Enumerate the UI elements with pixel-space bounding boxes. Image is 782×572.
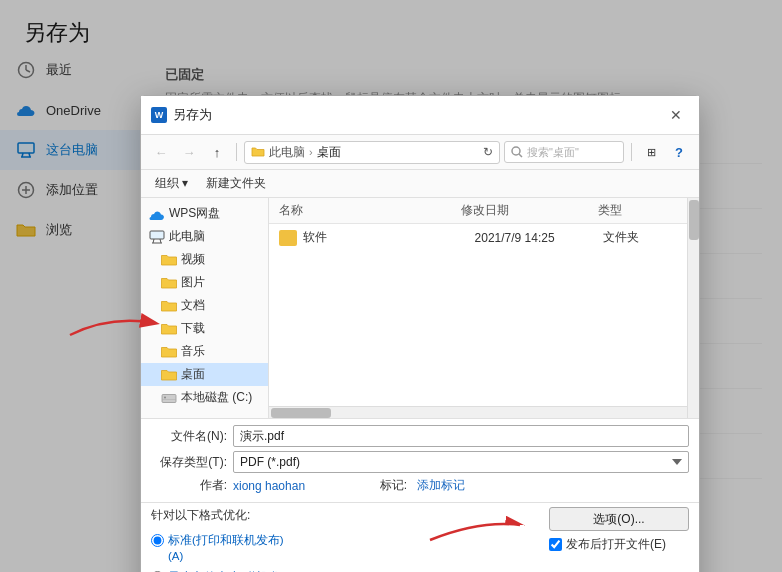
svg-line-13 xyxy=(153,239,154,243)
folder-icon-tree2 xyxy=(161,276,177,290)
dialog-app-icon: W xyxy=(151,107,167,123)
dialog-titlebar: W 另存为 ✕ xyxy=(141,96,699,135)
right-options: 选项(O)... 发布后打开文件(E) xyxy=(549,507,689,553)
dialog-close-button[interactable]: ✕ xyxy=(663,104,689,126)
folder-icon-tree xyxy=(161,253,177,267)
tree-downloads-label: 下载 xyxy=(181,320,205,337)
toolbar-separator xyxy=(236,143,237,161)
folder-icon-tree4 xyxy=(161,322,177,336)
filename-label: 文件名(N): xyxy=(151,428,227,445)
col-date-header: 修改日期 xyxy=(461,202,598,219)
open-after-publish-checkbox[interactable] xyxy=(549,538,562,551)
tree-item-pictures[interactable]: 图片 xyxy=(141,271,268,294)
svg-point-18 xyxy=(164,396,166,398)
author-row: 作者: xiong haohan 标记: 添加标记 xyxy=(151,477,689,494)
filetype-row: 保存类型(T): PDF (*.pdf) xyxy=(151,451,689,473)
col-type-header: 类型 xyxy=(598,202,689,219)
tree-item-localdisk[interactable]: 本地磁盘 (C:) xyxy=(141,386,268,409)
file-row-date: 2021/7/9 14:25 xyxy=(475,231,604,245)
view-toggle-button[interactable]: ⊞ xyxy=(639,140,663,164)
scrollbar[interactable] xyxy=(687,198,699,418)
options-group-label: 针对以下格式优化: xyxy=(151,507,539,524)
tree-thispc-label: 此电脑 xyxy=(169,228,205,245)
tree-video-label: 视频 xyxy=(181,251,205,268)
forward-button[interactable]: → xyxy=(177,140,201,164)
filetype-label: 保存类型(T): xyxy=(151,454,227,471)
save-as-dialog: W 另存为 ✕ ← → ↑ 此电脑 › 桌面 ↻ 搜索"桌面" ⊞ ? xyxy=(140,95,700,572)
file-row-name: 软件 xyxy=(303,229,475,246)
tree-item-documents[interactable]: 文档 xyxy=(141,294,268,317)
dialog-toolbar: ← → ↑ 此电脑 › 桌面 ↻ 搜索"桌面" ⊞ ? xyxy=(141,135,699,170)
folder-icon-tree3 xyxy=(161,299,177,313)
folder-icon-tree5 xyxy=(161,345,177,359)
tree-item-desktop[interactable]: 桌面 xyxy=(141,363,268,386)
folder-icon-small xyxy=(251,146,265,158)
tree-localdisk-label: 本地磁盘 (C:) xyxy=(181,389,252,406)
open-after-publish-label: 发布后打开文件(E) xyxy=(566,536,666,553)
tree-item-downloads[interactable]: 下载 xyxy=(141,317,268,340)
radio-standard-row: 标准(打印和联机发布)(A) xyxy=(151,532,539,564)
options-button[interactable]: 选项(O)... xyxy=(549,507,689,531)
tree-item-wpsdisk[interactable]: WPS网盘 xyxy=(141,202,268,225)
address-desktop: 桌面 xyxy=(317,144,341,161)
tree-documents-label: 文档 xyxy=(181,297,205,314)
open-after-publish-row: 发布后打开文件(E) xyxy=(549,536,689,553)
tree-pictures-label: 图片 xyxy=(181,274,205,291)
filename-input[interactable] xyxy=(233,425,689,447)
up-button[interactable]: ↑ xyxy=(205,140,229,164)
tree-desktop-label: 桌面 xyxy=(181,366,205,383)
action-toolbar: 组织 ▾ 新建文件夹 xyxy=(141,170,699,198)
dialog-title: 另存为 xyxy=(173,106,657,124)
new-folder-button[interactable]: 新建文件夹 xyxy=(200,173,272,194)
radio-standard-label: 标准(打印和联机发布)(A) xyxy=(168,532,284,564)
svg-line-14 xyxy=(160,239,161,243)
col-name-header: 名称 xyxy=(279,202,461,219)
computer-icon-tree xyxy=(149,230,165,244)
drive-icon-tree xyxy=(161,391,177,405)
add-tag-link[interactable]: 添加标记 xyxy=(417,477,465,494)
scrollbar-thumb xyxy=(689,200,699,240)
folder-icon-file-row xyxy=(279,230,297,246)
svg-line-11 xyxy=(519,154,522,157)
organize-button[interactable]: 组织 ▾ xyxy=(149,173,194,194)
svg-point-10 xyxy=(512,147,520,155)
help-button[interactable]: ? xyxy=(667,140,691,164)
tree-music-label: 音乐 xyxy=(181,343,205,360)
svg-rect-12 xyxy=(150,231,164,239)
tree-item-music[interactable]: 音乐 xyxy=(141,340,268,363)
dialog-form: 文件名(N): 保存类型(T): PDF (*.pdf) 作者: xiong h… xyxy=(141,418,699,502)
options-area: 针对以下格式优化: 标准(打印和联机发布)(A) 最小文件大小(联机发布)(M)… xyxy=(141,502,699,572)
radio-group: 针对以下格式优化: 标准(打印和联机发布)(A) 最小文件大小(联机发布)(M) xyxy=(151,507,539,572)
tag-label: 标记: xyxy=(331,477,407,494)
tree-item-thispc[interactable]: 此电脑 xyxy=(141,225,268,248)
radio-standard[interactable] xyxy=(151,534,164,547)
tree-wpsdisk-label: WPS网盘 xyxy=(169,205,220,222)
search-icon xyxy=(511,146,523,158)
cloud-icon-tree xyxy=(149,207,165,221)
file-list-area: 名称 修改日期 类型 软件 2021/7/9 14:25 文件夹 xyxy=(269,198,699,418)
search-placeholder: 搜索"桌面" xyxy=(527,145,579,160)
author-value: xiong haohan xyxy=(233,479,305,493)
svg-rect-16 xyxy=(162,394,176,402)
file-tree: WPS网盘 此电脑 视频 图 xyxy=(141,198,269,418)
address-sep: › xyxy=(309,146,313,158)
h-scrollbar-thumb xyxy=(271,408,331,418)
dialog-body: WPS网盘 此电脑 视频 图 xyxy=(141,198,699,418)
back-button[interactable]: ← xyxy=(149,140,173,164)
file-list-header: 名称 修改日期 类型 xyxy=(269,198,699,224)
file-row-type: 文件夹 xyxy=(603,229,689,246)
folder-icon-tree6 xyxy=(161,368,177,382)
filename-row: 文件名(N): xyxy=(151,425,689,447)
address-this-pc: 此电脑 xyxy=(269,144,305,161)
tree-item-video[interactable]: 视频 xyxy=(141,248,268,271)
h-scrollbar[interactable] xyxy=(269,406,687,418)
toolbar-separator2 xyxy=(631,143,632,161)
address-bar[interactable]: 此电脑 › 桌面 ↻ xyxy=(244,141,500,164)
refresh-icon[interactable]: ↻ xyxy=(483,145,493,159)
author-label: 作者: xyxy=(151,477,227,494)
search-box[interactable]: 搜索"桌面" xyxy=(504,141,624,163)
file-row-software[interactable]: 软件 2021/7/9 14:25 文件夹 xyxy=(269,224,699,251)
filetype-select[interactable]: PDF (*.pdf) xyxy=(233,451,689,473)
